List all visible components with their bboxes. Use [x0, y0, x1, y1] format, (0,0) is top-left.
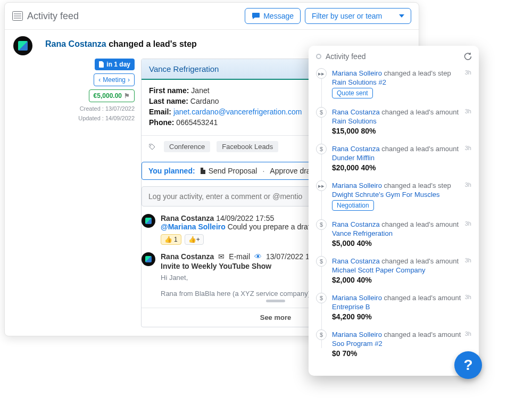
tag-icon — [149, 143, 157, 151]
document-icon — [99, 61, 104, 68]
feed-headline: Rana Costanza changed a lead's amount3h — [332, 220, 471, 228]
mention-link[interactable]: @Mariana Solleiro — [161, 222, 226, 231]
add-reaction-button[interactable]: 👍+ — [185, 234, 204, 245]
circle-icon — [316, 54, 321, 59]
feed-item[interactable]: $ Mariana Solleiro changed a lead's amou… — [316, 326, 471, 363]
side-feed-list: ▸▸ Mariana Solleiro changed a lead's ste… — [316, 65, 471, 363]
message-button[interactable]: Message — [245, 8, 301, 24]
feed-user[interactable]: Mariana Solleiro — [332, 294, 382, 302]
feed-amount: $2,000 40% — [332, 276, 471, 284]
feed-lead-link[interactable]: Dunder Mifflin — [332, 154, 471, 162]
feed-item[interactable]: $ Rana Costanza changed a lead's amount3… — [316, 216, 471, 253]
main-header: Activity feed Message Filter by user or … — [5, 3, 419, 30]
filter-label: Filter by user or team — [312, 12, 382, 20]
feed-item[interactable]: $ Rana Costanza changed a lead's amount3… — [316, 141, 471, 177]
filter-button[interactable]: Filter by user or team — [305, 8, 411, 24]
feed-headline: Mariana Solleiro changed a lead's step3h — [332, 181, 471, 189]
message-label: Message — [263, 12, 294, 20]
feed-time: 3h — [465, 294, 471, 300]
user-avatar[interactable] — [13, 36, 32, 55]
dollar-icon: $ — [316, 107, 327, 118]
list-icon — [12, 11, 23, 21]
feed-lead-link[interactable]: Rain Solutions — [332, 117, 471, 125]
side-header: Activity feed — [316, 52, 471, 61]
email-channel: E-mail — [229, 252, 250, 261]
feed-user[interactable]: Rana Costanza — [332, 145, 380, 153]
headline-user[interactable]: Rana Costanza — [45, 39, 106, 48]
feed-time: 3h — [465, 331, 471, 337]
step-pill[interactable]: ‹ Meeting › — [94, 73, 135, 86]
task1-label: Send Proposal — [209, 167, 257, 175]
feed-time: 3h — [465, 145, 471, 151]
tag-conference[interactable]: Conference — [164, 141, 210, 152]
chevron-down-icon — [399, 14, 404, 18]
comment-avatar[interactable] — [142, 252, 155, 266]
drag-handle-icon — [266, 300, 285, 302]
feed-lead-link[interactable]: Vance Refrigeration — [332, 229, 471, 237]
phone-label: Phone: — [149, 118, 174, 127]
feed-lead-link[interactable]: Rain Solutions #2 — [332, 78, 471, 86]
feed-lead-link[interactable]: Michael Scott Paper Company — [332, 266, 471, 274]
feed-headline: Mariana Solleiro changed a lead's step3h — [332, 69, 471, 77]
dollar-icon: $ — [316, 256, 327, 267]
feed-item[interactable]: $ Mariana Solleiro changed a lead's amou… — [316, 290, 471, 326]
dollar-icon: $ — [316, 219, 327, 230]
first-name-label: First name: — [149, 86, 189, 95]
feed-headline: Rana Costanza changed a lead's amount3h — [332, 257, 471, 265]
due-pill[interactable]: in 1 day — [95, 59, 135, 70]
task-separator: · — [262, 167, 264, 175]
amount-pill[interactable]: €5,000.00 ⚑ — [89, 89, 135, 102]
email-author[interactable]: Rana Costanza — [161, 252, 214, 261]
step-icon: ▸▸ — [316, 180, 327, 191]
tag-facebook[interactable]: Facebook Leads — [217, 141, 278, 152]
svg-point-4 — [150, 145, 151, 146]
avatar-glyph-icon — [145, 218, 152, 224]
feed-amount: $4,200 90% — [332, 312, 471, 321]
feed-headline: Mariana Solleiro changed a lead's amount… — [332, 331, 471, 338]
feed-user[interactable]: Mariana Solleiro — [332, 181, 382, 189]
feed-lead-link[interactable]: Entreprise B — [332, 303, 471, 311]
dollar-icon: $ — [316, 293, 327, 303]
comment-avatar[interactable] — [142, 214, 155, 228]
phone-value: 0665453241 — [176, 118, 218, 127]
feed-item[interactable]: ▸▸ Mariana Solleiro changed a lead's ste… — [316, 177, 471, 216]
feed-headline: Mariana Solleiro changed a lead's amount… — [332, 294, 471, 302]
last-name-label: Last name: — [149, 97, 188, 105]
feed-user[interactable]: Rana Costanza — [332, 220, 380, 228]
flag-icon: ⚑ — [124, 92, 130, 100]
planned-label: You planned: — [148, 167, 195, 175]
feed-user[interactable]: Mariana Solleiro — [332, 69, 382, 77]
feed-lead-link[interactable]: Soo Program #2 — [332, 340, 471, 348]
headline-action: changed a lead's step — [109, 39, 197, 48]
step-label: Meeting — [103, 76, 126, 84]
planned-task-1[interactable]: Send Proposal — [201, 167, 257, 175]
due-label: in 1 day — [106, 61, 130, 68]
feed-user[interactable]: Rana Costanza — [332, 257, 380, 265]
refresh-icon[interactable] — [464, 53, 471, 60]
feed-time: 3h — [465, 220, 471, 227]
lead-meta: in 1 day ‹ Meeting › €5,000.00 ⚑ Created… — [45, 59, 135, 121]
feed-amount: $20,000 40% — [332, 163, 471, 172]
feed-amount: $0 70% — [332, 349, 471, 358]
feed-item[interactable]: $ Rana Costanza changed a lead's amount3… — [316, 104, 471, 141]
dollar-icon: $ — [316, 144, 327, 154]
thumbs-up-reaction[interactable]: 👍 1 — [161, 234, 181, 245]
email-value[interactable]: janet.cardano@vancerefrigeration.com — [173, 108, 302, 116]
help-button[interactable]: ? — [454, 351, 482, 379]
first-name-value: Janet — [191, 86, 209, 95]
feed-user[interactable]: Rana Costanza — [332, 108, 380, 116]
status-pill: Quote sent — [332, 88, 373, 98]
comment-author[interactable]: Rana Costanza — [161, 214, 214, 222]
feed-time: 3h — [465, 108, 471, 114]
feed-headline: Rana Costanza changed a lead's amount3h — [332, 108, 471, 116]
feed-user[interactable]: Mariana Solleiro — [332, 331, 382, 338]
feed-item[interactable]: ▸▸ Mariana Solleiro changed a lead's ste… — [316, 65, 471, 104]
amount-label: €5,000.00 — [94, 92, 122, 100]
document-icon — [201, 168, 205, 174]
page-title: Activity feed — [27, 11, 240, 22]
step-icon: ▸▸ — [316, 68, 327, 79]
message-icon — [252, 12, 260, 20]
feed-item[interactable]: $ Rana Costanza changed a lead's amount3… — [316, 253, 471, 290]
feed-time: 3h — [465, 181, 471, 188]
feed-lead-link[interactable]: Dwight Schrute's Gym For Muscles — [332, 191, 471, 199]
